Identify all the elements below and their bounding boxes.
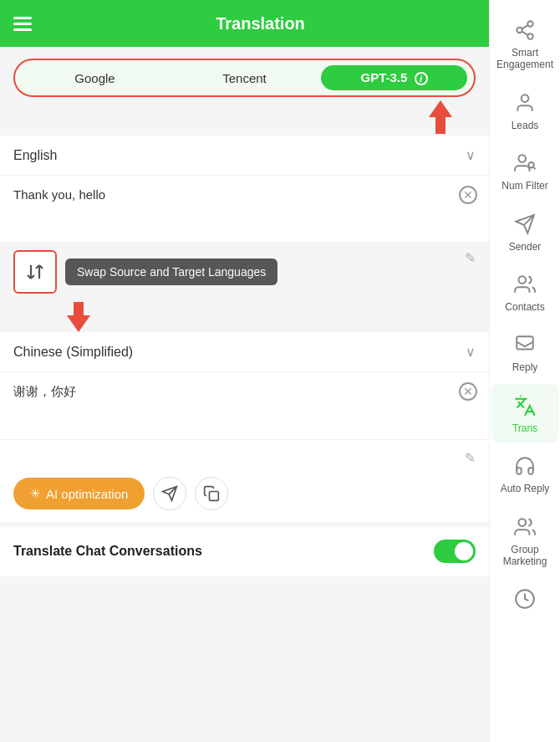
sidebar-item-auto-reply[interactable]: Auto Reply bbox=[491, 444, 558, 503]
svg-line-13 bbox=[533, 167, 535, 169]
target-clear-button[interactable]: ✕ bbox=[459, 382, 477, 401]
source-text-area[interactable]: Thank you, hello ✕ bbox=[0, 176, 489, 243]
group-icon bbox=[512, 514, 538, 540]
source-text: Thank you, hello bbox=[13, 186, 476, 205]
chevron-down-icon: ∨ bbox=[466, 147, 476, 163]
chevron-down-icon-target: ∨ bbox=[466, 344, 476, 360]
source-language-label: English bbox=[13, 148, 57, 163]
sidebar-item-num-filter[interactable]: Num Filter bbox=[491, 141, 558, 200]
sidebar-label-contacts: Contacts bbox=[505, 301, 544, 313]
engine-tencent[interactable]: Tencent bbox=[171, 66, 318, 90]
ai-optimization-button[interactable]: ✳ AI optimization bbox=[13, 478, 145, 509]
sidebar: Smart Engagement Leads Num Filter bbox=[489, 0, 560, 742]
sidebar-item-sender[interactable]: Sender bbox=[491, 202, 558, 261]
sidebar-item-leads[interactable]: Leads bbox=[491, 81, 558, 140]
svg-point-5 bbox=[527, 21, 533, 27]
page-title: Translation bbox=[45, 14, 476, 33]
sidebar-item-trans[interactable]: Trans bbox=[491, 384, 558, 443]
info-icon[interactable]: i bbox=[415, 72, 428, 85]
ai-btn-label: AI optimization bbox=[46, 487, 128, 501]
swap-section: ✎ Swap Source and Target Languages bbox=[0, 243, 489, 300]
contacts-icon bbox=[512, 271, 538, 298]
sidebar-label-num-filter: Num Filter bbox=[501, 180, 547, 192]
person-search-icon bbox=[512, 150, 538, 177]
share-icon bbox=[512, 17, 538, 43]
source-clear-button[interactable]: ✕ bbox=[459, 186, 477, 204]
clock-icon bbox=[512, 586, 538, 612]
bottom-actions-area: ✎ ✳ AI optimization bbox=[0, 439, 489, 522]
target-language-label: Chinese (Simplified) bbox=[13, 345, 133, 360]
target-lang-section: Chinese (Simplified) ∨ 谢谢，你好 ✕ bbox=[0, 332, 489, 439]
reply-icon bbox=[512, 331, 538, 358]
engine-selector: Google Tencent GPT-3.5 i bbox=[13, 59, 476, 97]
svg-point-16 bbox=[518, 276, 526, 284]
copy-button[interactable] bbox=[195, 477, 228, 510]
target-edit-icon[interactable]: ✎ bbox=[465, 450, 476, 466]
headset-icon bbox=[512, 453, 538, 479]
translate-chat-label: Translate Chat Conversations bbox=[13, 544, 202, 559]
svg-marker-0 bbox=[429, 100, 452, 134]
source-edit-icon[interactable]: ✎ bbox=[465, 250, 476, 266]
svg-point-10 bbox=[522, 95, 529, 102]
swap-btn-wrap: Swap Source and Target Languages bbox=[13, 250, 277, 294]
translate-chat-toggle[interactable] bbox=[434, 540, 476, 563]
svg-marker-1 bbox=[67, 302, 90, 332]
target-language-dropdown[interactable]: Chinese (Simplified) ∨ bbox=[0, 332, 489, 372]
svg-point-12 bbox=[528, 162, 534, 168]
main-content: Translation Google Tencent GPT-3.5 i Eng… bbox=[0, 0, 489, 742]
svg-point-6 bbox=[517, 28, 522, 33]
svg-point-18 bbox=[518, 519, 526, 526]
swap-languages-button[interactable] bbox=[13, 250, 57, 294]
person-icon bbox=[512, 90, 538, 116]
engine-gpt35[interactable]: GPT-3.5 i bbox=[321, 65, 467, 90]
engine-selector-wrap: Google Tencent GPT-3.5 i bbox=[0, 47, 489, 105]
sidebar-label-trans: Trans bbox=[512, 422, 537, 434]
sidebar-item-reply[interactable]: Reply bbox=[491, 323, 558, 381]
arrow-to-chinese bbox=[0, 302, 489, 332]
sidebar-label-smart-engagement: Smart Engagement bbox=[496, 47, 553, 71]
translate-chat-bar: Translate Chat Conversations bbox=[0, 525, 489, 576]
target-text: 谢谢，你好 bbox=[13, 382, 476, 402]
engine-google[interactable]: Google bbox=[22, 66, 168, 90]
source-language-dropdown[interactable]: English ∨ bbox=[0, 136, 489, 176]
sidebar-label-leads: Leads bbox=[512, 120, 539, 131]
svg-point-11 bbox=[518, 155, 526, 162]
svg-line-9 bbox=[522, 25, 527, 28]
sidebar-label-sender: Sender bbox=[509, 241, 542, 253]
header: Translation bbox=[0, 0, 489, 47]
hamburger-menu[interactable] bbox=[13, 17, 32, 31]
arrow-to-gpt bbox=[0, 100, 489, 134]
send-icon bbox=[512, 211, 538, 238]
source-lang-section: English ∨ Thank you, hello ✕ bbox=[0, 136, 489, 243]
svg-rect-4 bbox=[210, 492, 219, 501]
sidebar-label-auto-reply: Auto Reply bbox=[501, 483, 550, 494]
sidebar-item-group-marketing[interactable]: Group Marketing bbox=[491, 505, 558, 576]
svg-line-8 bbox=[522, 32, 527, 35]
sidebar-item-smart-engagement[interactable]: Smart Engagement bbox=[491, 8, 558, 79]
ai-star-icon: ✳ bbox=[30, 486, 41, 501]
svg-point-7 bbox=[527, 33, 533, 39]
sidebar-label-group-marketing: Group Marketing bbox=[496, 544, 553, 568]
sidebar-item-contacts[interactable]: Contacts bbox=[491, 263, 558, 321]
bottom-actions: ✳ AI optimization bbox=[13, 477, 476, 510]
translate-icon bbox=[512, 392, 538, 419]
send-button[interactable] bbox=[153, 477, 186, 510]
swap-tooltip: Swap Source and Target Languages bbox=[65, 258, 277, 285]
sidebar-item-history[interactable] bbox=[491, 577, 558, 621]
sidebar-label-reply: Reply bbox=[512, 361, 538, 373]
target-text-area: 谢谢，你好 ✕ bbox=[0, 372, 489, 439]
